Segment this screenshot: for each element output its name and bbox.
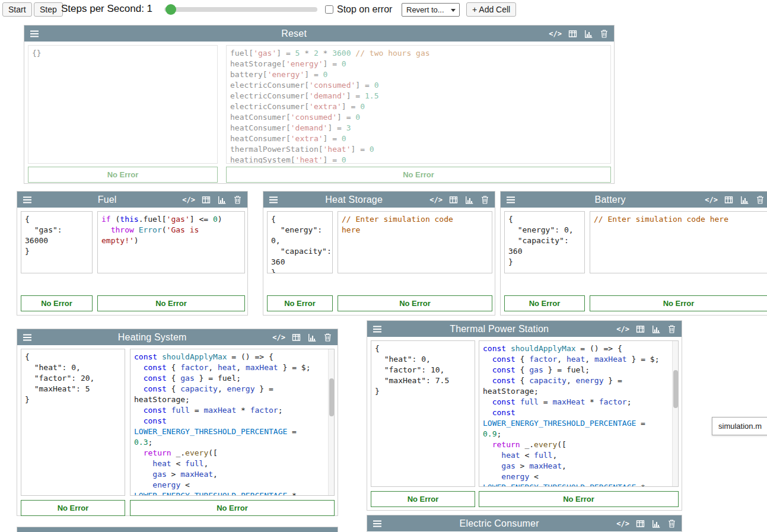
scrollbar[interactable] (672, 341, 678, 486)
drag-handle-icon[interactable] (30, 30, 39, 38)
cell-header: Electric Consumer</> (367, 515, 682, 531)
scrollbar[interactable] (328, 349, 334, 495)
state-json-editor[interactable]: { "gas": 36000 } (21, 211, 93, 273)
table-icon[interactable] (448, 195, 459, 205)
start-button[interactable]: Start (2, 2, 32, 17)
header-icons: </> (549, 29, 609, 39)
code-editor[interactable]: fuel['gas'] = 5 * 2 * 3600 // two hours … (226, 45, 611, 164)
code-icon[interactable]: </> (429, 196, 443, 203)
code-line: energy < (134, 480, 330, 490)
code-line: const full = maxHeat * factor; (483, 397, 674, 407)
code-icon[interactable]: </> (616, 520, 629, 527)
trash-icon[interactable] (756, 195, 765, 205)
code-line: fuel['gas'] = 5 * 2 * 3600 // two hours … (230, 48, 607, 59)
chart-icon[interactable] (740, 195, 750, 205)
code-icon[interactable]: </> (705, 196, 718, 203)
file-name-popup: simulation.m (712, 417, 767, 435)
trash-icon[interactable] (233, 195, 242, 205)
code-icon[interactable]: </> (616, 326, 629, 333)
header-icons: </> (429, 195, 489, 205)
header-icons: </> (182, 195, 242, 205)
code-icon[interactable]: </> (549, 30, 562, 37)
step-button[interactable]: Step (34, 2, 63, 17)
table-icon[interactable] (291, 333, 301, 342)
code-line: heatStorage; (483, 386, 674, 397)
scrollbar-thumb[interactable] (673, 370, 678, 408)
header-icons: </> (616, 519, 676, 528)
code-line: LOWER_ENERGY_THRESHOLD_PERCENTAGE = (134, 426, 330, 437)
speed-slider[interactable] (164, 7, 317, 12)
chart-icon[interactable] (307, 333, 317, 342)
code-editor[interactable]: const shouldApplyMax = () => { const { f… (479, 340, 679, 487)
cell-thermal-power-station: Thermal Power Station</>{ "heat": 0, "fa… (367, 320, 682, 511)
code-line: return _.every([ (483, 439, 674, 450)
header-icons: </> (705, 195, 765, 205)
cell-header: Reset</> (24, 26, 614, 42)
drag-handle-icon[interactable] (373, 520, 382, 528)
slider-knob[interactable] (166, 4, 176, 15)
drag-handle-icon[interactable] (373, 325, 382, 333)
toolbar: Start Step Steps per Second: 1 Stop on e… (0, 0, 767, 21)
add-cell-button[interactable]: + Add Cell (466, 2, 516, 17)
revert-dropdown-value: Revert to... (406, 5, 444, 14)
trash-icon[interactable] (480, 195, 489, 205)
chart-icon[interactable] (217, 195, 227, 205)
state-json-editor[interactable]: { "heat": 0, "factor": 10, "maxHeat": 7.… (371, 340, 475, 487)
table-icon[interactable] (635, 324, 645, 334)
code-line: energy < (483, 472, 674, 482)
chart-icon[interactable] (584, 29, 594, 39)
code-line: heatConsumer['demand'] = 3 (230, 123, 607, 133)
state-error-status: No Error (21, 295, 93, 311)
cell-battery: Battery</>{ "energy": 0, "capacity": 360… (500, 191, 767, 316)
cell-title: Electric Consumer (387, 518, 611, 529)
state-json-editor[interactable]: {} (28, 45, 218, 164)
revert-dropdown[interactable]: Revert to... (402, 3, 460, 17)
trash-icon[interactable] (667, 519, 676, 528)
header-icons: </> (272, 333, 332, 342)
scrollbar-thumb[interactable] (329, 378, 334, 416)
state-json-editor[interactable]: { "heat": 0, "factor": 20, "maxHeat": 5 … (21, 349, 125, 496)
cell-header: Thermal Power Station</> (367, 321, 682, 337)
drag-handle-icon[interactable] (23, 333, 32, 342)
cell-header: Battery</> (501, 192, 767, 208)
chart-icon[interactable] (651, 324, 661, 334)
code-icon[interactable]: </> (182, 196, 195, 203)
cell-reset: Reset</>{}fuel['gas'] = 5 * 2 * 3600 // … (24, 25, 615, 184)
chart-icon[interactable] (651, 519, 661, 528)
code-line: const (134, 416, 330, 426)
stop-on-error-checkbox[interactable] (325, 5, 333, 14)
code-error-status: No Error (97, 295, 245, 311)
code-line: 0.9; (483, 429, 674, 439)
code-line: heatStorage['energy'] = 0 (230, 59, 607, 69)
code-editor[interactable]: // Enter simulation codehere (338, 211, 492, 273)
code-line: 0.3; (134, 437, 330, 448)
trash-icon[interactable] (323, 333, 332, 342)
table-icon[interactable] (724, 195, 734, 205)
code-editor[interactable]: // Enter simulation code here (590, 211, 767, 273)
table-icon[interactable] (635, 519, 645, 528)
table-icon[interactable] (568, 29, 578, 39)
code-editor[interactable]: if (this.fuel['gas'] <= 0) throw Error('… (97, 211, 245, 273)
state-json-editor[interactable]: { "energy": 0, "capacity": 360 } (267, 211, 333, 273)
cell-title: Fuel (37, 195, 177, 205)
drag-handle-icon[interactable] (269, 196, 278, 204)
code-editor[interactable]: const shouldApplyMax = () => { const { f… (130, 349, 335, 496)
code-error-status: No Error (226, 167, 611, 183)
chart-icon[interactable] (464, 195, 475, 205)
code-line: if (this.fuel['gas'] <= 0) (101, 214, 241, 225)
trash-icon[interactable] (600, 29, 609, 39)
code-line: LOWER_ENERGY_THRESHOLD_PERCENTAGE * (483, 482, 674, 487)
drag-handle-icon[interactable] (506, 196, 515, 204)
cell-fuel: Fuel</>{ "gas": 36000 }if (this.fuel['ga… (17, 191, 248, 316)
state-error-status: No Error (504, 295, 585, 311)
code-line: LOWER_ENERGY_THRESHOLD_PERCENTAGE * (134, 490, 330, 496)
code-line: electricConsumer['demand'] = 1.5 (230, 91, 607, 101)
code-icon[interactable]: </> (272, 334, 285, 341)
code-line: const { factor, heat, maxHeat } = $; (483, 354, 674, 365)
drag-handle-icon[interactable] (23, 196, 32, 204)
state-json-editor[interactable]: { "energy": 0, "capacity": 360 } (504, 211, 585, 273)
trash-icon[interactable] (667, 324, 676, 334)
code-line: here (342, 225, 488, 235)
steps-per-second-label: Steps per Second: 1 (61, 3, 152, 15)
table-icon[interactable] (201, 195, 211, 205)
